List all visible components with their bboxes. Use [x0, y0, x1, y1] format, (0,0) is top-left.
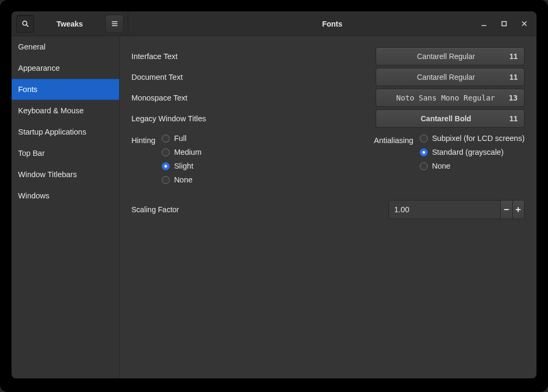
font-row-label: Document Text — [131, 73, 376, 81]
sidebar-item-fonts[interactable]: Fonts — [12, 79, 119, 100]
font-chooser-button[interactable]: Noto Sans Mono Regular13 — [376, 89, 525, 107]
minus-icon — [503, 206, 510, 213]
sidebar-item-label: Appearance — [18, 64, 60, 72]
svg-point-0 — [22, 21, 27, 26]
antialiasing-radio-standard-grayscale[interactable]: Standard (grayscale) — [420, 148, 525, 156]
font-row: Interface TextCantarell Regular11 — [131, 46, 525, 66]
radio-label: Standard (grayscale) — [432, 148, 504, 156]
sidebar-item-label: Top Bar — [18, 149, 45, 157]
font-size: 13 — [509, 94, 518, 102]
antialiasing-title: Antialiasing — [374, 134, 413, 184]
hinting-radio-medium[interactable]: Medium — [162, 148, 202, 156]
sidebar-item-window-titlebars[interactable]: Window Titlebars — [12, 164, 119, 185]
scaling-increment-button[interactable] — [512, 201, 525, 219]
radio-label: None — [174, 176, 193, 184]
hinting-radio-slight[interactable]: Slight — [162, 162, 202, 170]
radio-label: Full — [174, 134, 186, 143]
hinting-title: Hinting — [131, 134, 155, 184]
antialiasing-radios: Subpixel (for LCD screens)Standard (gray… — [420, 134, 525, 184]
radio-indicator — [162, 148, 170, 156]
sidebar-item-label: Keyboard & Mouse — [18, 106, 84, 115]
search-button[interactable] — [16, 15, 34, 33]
font-row: Legacy Window TitlesCantarell Bold11 — [131, 108, 525, 129]
minimize-icon — [481, 21, 487, 27]
panel-title: Fonts — [322, 20, 342, 28]
antialiasing-group: Antialiasing Subpixel (for LCD screens)S… — [374, 134, 525, 184]
font-size: 11 — [509, 52, 518, 61]
font-name: Cantarell Regular — [383, 52, 509, 61]
close-button[interactable] — [514, 12, 534, 36]
hamburger-icon — [111, 20, 119, 28]
headerbar: Tweaks Fonts — [12, 12, 536, 36]
font-size: 11 — [509, 114, 518, 123]
scaling-row: Scaling Factor — [131, 200, 525, 219]
sidebar-item-label: General — [18, 43, 46, 51]
scaling-label: Scaling Factor — [131, 205, 388, 214]
font-row-label: Interface Text — [131, 52, 376, 61]
font-name: Cantarell Bold — [383, 114, 509, 123]
window-body: GeneralAppearanceFontsKeyboard & MouseSt… — [12, 36, 536, 378]
sidebar-item-windows[interactable]: Windows — [12, 185, 119, 206]
sidebar-item-label: Window Titlebars — [18, 170, 77, 179]
hinting-group: Hinting FullMediumSlightNone — [131, 134, 202, 184]
sidebar-item-top-bar[interactable]: Top Bar — [12, 143, 119, 164]
radio-label: None — [432, 162, 451, 170]
radio-indicator — [162, 135, 170, 143]
sidebar-item-keyboard-mouse[interactable]: Keyboard & Mouse — [12, 100, 119, 121]
font-row: Document TextCantarell Regular11 — [131, 66, 525, 87]
antialiasing-radio-subpixel-for-lcd-screens[interactable]: Subpixel (for LCD screens) — [420, 134, 525, 143]
hinting-radio-none[interactable]: None — [162, 176, 202, 184]
font-chooser-button[interactable]: Cantarell Regular11 — [376, 68, 525, 86]
radio-indicator — [162, 162, 170, 170]
menu-button[interactable] — [105, 15, 123, 33]
search-icon — [21, 20, 29, 28]
content-pane: Interface TextCantarell Regular11Documen… — [120, 36, 536, 378]
scaling-spinner — [388, 200, 525, 219]
sidebar-item-startup-applications[interactable]: Startup Applications — [12, 121, 119, 143]
sidebar-item-label: Startup Applications — [18, 128, 86, 136]
scaling-input[interactable] — [389, 201, 500, 219]
font-row-label: Monospace Text — [131, 94, 376, 102]
minimize-button[interactable] — [474, 12, 494, 36]
hinting-radio-full[interactable]: Full — [162, 134, 202, 143]
font-chooser-button[interactable]: Cantarell Bold11 — [376, 110, 525, 128]
sidebar-item-label: Windows — [18, 191, 49, 200]
sidebar: GeneralAppearanceFontsKeyboard & MouseSt… — [12, 36, 120, 378]
radio-indicator — [420, 148, 428, 156]
svg-rect-6 — [502, 22, 506, 26]
radio-indicator — [162, 176, 170, 184]
sidebar-item-appearance[interactable]: Appearance — [12, 57, 119, 79]
headerbar-left: Tweaks — [12, 12, 128, 36]
render-options-row: Hinting FullMediumSlightNone Antialiasin… — [131, 134, 525, 184]
font-row: Monospace TextNoto Sans Mono Regular13 — [131, 87, 525, 108]
font-chooser-button[interactable]: Cantarell Regular11 — [376, 47, 525, 65]
maximize-icon — [501, 21, 507, 27]
window-controls — [474, 12, 534, 36]
svg-line-1 — [26, 25, 28, 27]
font-row-label: Legacy Window Titles — [131, 114, 376, 123]
desktop-backdrop: Tweaks Fonts — [0, 0, 548, 392]
headerbar-right: Fonts — [128, 12, 536, 36]
maximize-button[interactable] — [494, 12, 514, 36]
plus-icon — [514, 206, 522, 213]
font-name: Noto Sans Mono Regular — [383, 94, 509, 102]
radio-label: Medium — [174, 148, 202, 156]
radio-label: Subpixel (for LCD screens) — [432, 134, 525, 143]
hinting-radios: FullMediumSlightNone — [162, 134, 202, 184]
sidebar-item-general[interactable]: General — [12, 36, 119, 57]
radio-label: Slight — [174, 162, 193, 170]
font-size: 11 — [509, 73, 518, 81]
antialiasing-radio-none[interactable]: None — [420, 162, 525, 170]
close-icon — [521, 21, 527, 27]
app-title: Tweaks — [34, 20, 105, 28]
font-name: Cantarell Regular — [383, 73, 509, 81]
tweaks-window: Tweaks Fonts — [12, 12, 536, 378]
sidebar-item-label: Fonts — [18, 85, 37, 94]
scaling-decrement-button[interactable] — [500, 201, 512, 219]
radio-indicator — [420, 162, 428, 170]
radio-indicator — [420, 135, 428, 143]
